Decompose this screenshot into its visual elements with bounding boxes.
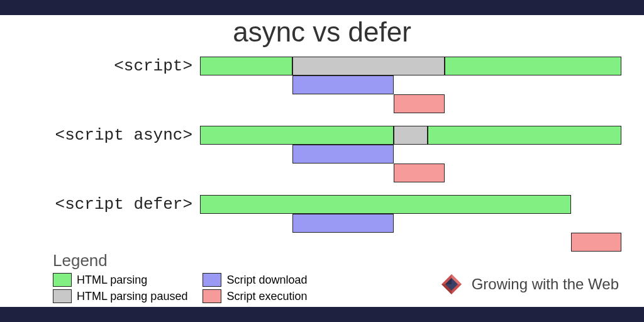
seg-exec <box>394 94 444 113</box>
seg-paused <box>292 57 444 75</box>
legend: Legend HTML parsing Script download HTML… <box>53 251 308 303</box>
legend-item: Script execution <box>203 289 307 303</box>
swatch-parse <box>53 273 72 287</box>
header-bar <box>0 0 644 15</box>
track-main <box>200 57 621 77</box>
row-label-async: <script async> <box>55 126 192 145</box>
legend-label: Script execution <box>226 290 307 303</box>
track-download <box>200 75 621 96</box>
seg-parse <box>200 195 571 214</box>
swatch-exec <box>203 289 221 303</box>
legend-label: HTML parsing paused <box>77 290 187 303</box>
legend-item: HTML parsing <box>53 273 187 287</box>
footer-bar <box>0 307 644 322</box>
track-download <box>200 145 621 165</box>
timeline-area: <script> <script async> <box>0 57 644 258</box>
legend-item: Script download <box>203 273 307 287</box>
seg-parse <box>200 126 394 145</box>
legend-title: Legend <box>53 251 308 270</box>
row-script-defer: <script defer> <box>0 195 644 258</box>
diagram-title: async vs defer <box>0 16 644 48</box>
seg-parse <box>445 57 621 75</box>
seg-paused <box>394 126 428 145</box>
track-exec <box>200 233 621 253</box>
legend-item: HTML parsing paused <box>53 289 187 303</box>
legend-label: HTML parsing <box>77 274 147 287</box>
seg-download <box>292 75 394 94</box>
attribution: Growing with the Web <box>438 270 619 298</box>
legend-label: Script download <box>226 274 307 287</box>
row-script: <script> <box>0 57 644 126</box>
track-download <box>200 214 621 234</box>
track-main <box>200 195 621 215</box>
row-label-defer: <script defer> <box>55 195 192 214</box>
seg-download <box>292 145 394 164</box>
seg-download <box>292 214 394 233</box>
seg-exec <box>571 233 621 252</box>
track-exec <box>200 164 621 184</box>
row-script-async: <script async> <box>0 126 644 195</box>
seg-exec <box>394 164 444 182</box>
track-main <box>200 126 621 146</box>
seg-parse <box>428 126 621 145</box>
track-exec <box>200 94 621 114</box>
swatch-download <box>203 273 221 287</box>
swatch-paused <box>53 289 72 303</box>
logo-icon <box>438 270 465 298</box>
legend-grid: HTML parsing Script download HTML parsin… <box>53 273 308 303</box>
attribution-text: Growing with the Web <box>472 275 619 293</box>
seg-parse <box>200 57 292 75</box>
row-label-script: <script> <box>114 57 192 75</box>
